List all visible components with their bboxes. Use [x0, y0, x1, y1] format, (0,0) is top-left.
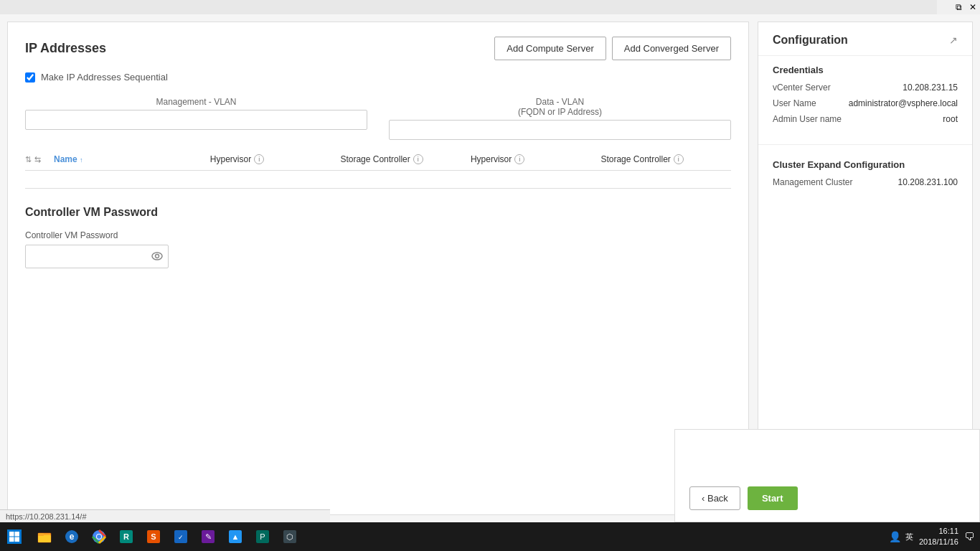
server-buttons: Add Compute Server Add Converged Server [494, 37, 731, 60]
sort-icons: ⇅ ⇆ [25, 155, 54, 164]
svg-point-0 [152, 253, 162, 260]
start-menu-button[interactable] [0, 522, 29, 551]
taskbar-notify: 👤 英 [889, 531, 913, 542]
svg-text:e: e [70, 532, 75, 542]
sequential-ip-checkbox[interactable] [25, 72, 35, 83]
close-button[interactable]: ✕ [966, 0, 980, 14]
col-storage2-label: Storage Controller [600, 154, 670, 164]
svg-rect-8 [38, 533, 44, 536]
sequential-ip-label: Make IP Addresses Sequential [41, 72, 168, 83]
data-vlan-column: Data - VLAN(FQDN or IP Address) [389, 97, 731, 140]
mgmt-cluster-row: Management Cluster 10.208.231.100 [773, 177, 958, 187]
password-section-title: Controller VM Password [25, 206, 731, 219]
credentials-section: Credentials vCenter Server 10.208.231.15… [758, 56, 972, 138]
col-name-label: Name [54, 154, 77, 164]
col-name: Name ↑ [54, 154, 210, 164]
svg-text:✎: ✎ [205, 532, 212, 541]
svg-rect-3 [15, 532, 20, 537]
taskbar-chrome[interactable] [86, 524, 112, 550]
add-converged-server-button[interactable]: Add Converged Server [612, 37, 731, 60]
taskbar-app6[interactable]: ✓ [168, 524, 194, 550]
taskbar-file-explorer[interactable] [32, 524, 57, 550]
management-vlan-column: Management - VLAN [25, 97, 367, 140]
password-input[interactable] [25, 245, 169, 268]
taskbar-ie[interactable]: e [59, 524, 85, 550]
management-vlan-input[interactable] [25, 110, 367, 130]
section-divider [25, 188, 731, 189]
username-row: User Name administrator@vsphere.local [773, 98, 958, 108]
svg-text:P: P [260, 532, 265, 541]
cluster-expand-section: Cluster Expand Configuration Management … [758, 151, 972, 202]
add-compute-server-button[interactable]: Add Compute Server [494, 37, 606, 60]
admin-value: root [943, 114, 958, 124]
vcenter-label: vCenter Server [773, 83, 831, 93]
taskbar-app5[interactable]: S [141, 524, 166, 550]
svg-point-1 [156, 254, 159, 258]
restore-button[interactable]: ⧉ [951, 0, 966, 14]
taskbar: e R S [0, 522, 980, 551]
sort-horizontal-icon[interactable]: ⇆ [34, 155, 41, 164]
config-title: Configuration [773, 34, 848, 47]
svg-rect-5 [15, 537, 20, 542]
col-storage-label: Storage Controller [340, 154, 410, 164]
svg-rect-2 [9, 532, 14, 537]
taskbar-right: 👤 英 16:11 2018/11/16 🗨 [889, 526, 980, 548]
vlan-columns: Management - VLAN Data - VLAN(FQDN or IP… [25, 97, 731, 140]
taskbar-app10[interactable]: ⬡ [277, 524, 303, 550]
config-section-divider [758, 144, 972, 145]
credentials-title: Credentials [773, 65, 958, 75]
bottom-start-button[interactable]: Start [748, 486, 798, 510]
lang-indicator: 英 [905, 532, 913, 542]
svg-text:⬡: ⬡ [286, 532, 293, 541]
svg-text:✓: ✓ [178, 534, 184, 541]
storage-info-icon[interactable]: i [413, 154, 423, 164]
col-storage: Storage Controller i [340, 154, 471, 164]
vlan-section: Management - VLAN Data - VLAN(FQDN or IP… [25, 97, 731, 140]
taskbar-apps: e R S [29, 524, 306, 550]
mgmt-cluster-label: Management Cluster [773, 177, 852, 187]
sequential-ip-row: Make IP Addresses Sequential [25, 72, 731, 83]
col-hypervisor2: Hypervisor i [471, 154, 601, 164]
taskbar-time-display: 16:11 [919, 526, 958, 537]
col-hypervisor2-label: Hypervisor [471, 154, 512, 164]
data-vlan-input[interactable] [389, 120, 731, 140]
svg-rect-7 [38, 535, 51, 542]
taskbar-date-display: 2018/11/16 [919, 537, 958, 547]
hypervisor-info-icon[interactable]: i [254, 154, 264, 164]
data-vlan-label: Data - VLAN(FQDN or IP Address) [389, 97, 731, 117]
show-password-icon[interactable] [151, 251, 163, 263]
bottom-back-chevron-icon: ‹ [702, 493, 705, 504]
storage2-info-icon[interactable]: i [674, 154, 684, 164]
notification-icon[interactable]: 🗨 [964, 531, 974, 542]
vcenter-value: 10.208.231.15 [903, 83, 958, 93]
sort-vertical-icon[interactable]: ⇅ [25, 155, 32, 164]
bottom-buttons: ‹ Back Start [689, 486, 965, 510]
bottom-panel: ‹ Back Start [674, 429, 980, 522]
taskbar-app9[interactable]: P [250, 524, 275, 550]
status-bar: https://10.208.231.14/# [0, 509, 330, 522]
password-label: Controller VM Password [25, 230, 731, 240]
svg-text:R: R [123, 532, 129, 541]
section-title: IP Addresses [25, 41, 106, 56]
hypervisor2-info-icon[interactable]: i [514, 154, 524, 164]
taskbar-app7[interactable]: ✎ [195, 524, 221, 550]
taskbar-app4[interactable]: R [113, 524, 139, 550]
svg-point-13 [97, 534, 101, 539]
table-header: ⇅ ⇆ Name ↑ Hypervisor i Storage Controll… [25, 149, 731, 171]
svg-text:S: S [151, 532, 156, 541]
taskbar-clock: 16:11 2018/11/16 [919, 526, 958, 548]
taskbar-app8[interactable]: ▲ [222, 524, 248, 550]
cluster-expand-title: Cluster Expand Configuration [773, 159, 958, 170]
vlan-divider [367, 97, 389, 140]
password-section: Controller VM Password Controller VM Pas… [25, 206, 731, 268]
username-value: administrator@vsphere.local [849, 98, 958, 108]
person-icon: 👤 [889, 531, 901, 542]
bottom-back-button[interactable]: ‹ Back [689, 486, 740, 510]
collapse-icon[interactable]: ↗ [949, 34, 958, 46]
admin-row: Admin User name root [773, 114, 958, 124]
svg-text:▲: ▲ [232, 532, 240, 541]
bottom-back-label: Back [707, 493, 728, 504]
col-hypervisor: Hypervisor i [210, 154, 341, 164]
vcenter-row: vCenter Server 10.208.231.15 [773, 83, 958, 93]
col-hypervisor-label: Hypervisor [210, 154, 251, 164]
